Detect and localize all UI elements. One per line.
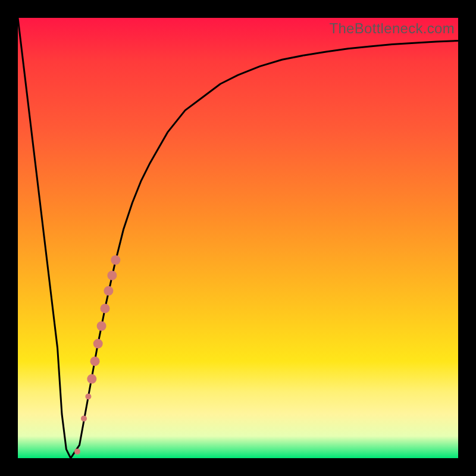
highlight-dot xyxy=(107,271,117,280)
highlight-dot xyxy=(111,255,120,265)
highlight-marker-group xyxy=(74,255,120,455)
chart-svg xyxy=(18,18,458,458)
highlight-dot xyxy=(90,356,100,366)
highlight-dot xyxy=(101,303,110,313)
highlight-dot xyxy=(104,286,113,296)
highlight-dot xyxy=(85,393,91,399)
highlight-dot xyxy=(87,374,96,384)
highlight-dot xyxy=(74,449,80,455)
highlight-dot xyxy=(81,415,87,421)
highlight-dot xyxy=(97,321,107,331)
bottleneck-curve-line xyxy=(18,18,458,458)
chart-frame: TheBottleneck.com xyxy=(0,0,476,476)
highlight-dot xyxy=(93,339,103,349)
plot-area: TheBottleneck.com xyxy=(18,18,458,458)
